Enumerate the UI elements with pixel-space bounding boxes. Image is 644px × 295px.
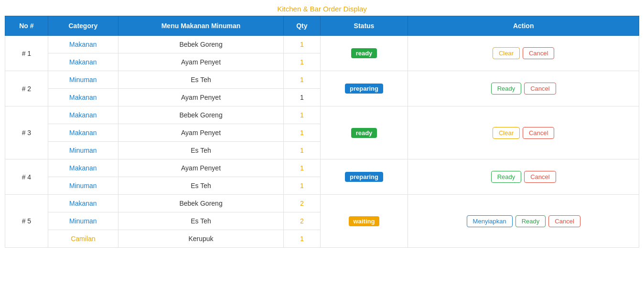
order-number: # 5 <box>5 195 48 248</box>
status-badge: ready <box>351 48 377 58</box>
status-badge: preparing <box>345 84 383 94</box>
item-category: Makanan <box>48 124 118 142</box>
order-action: ClearCancel <box>408 106 639 159</box>
item-qty: 1 <box>284 177 320 195</box>
item-qty: 2 <box>284 195 320 212</box>
action-btn-clear[interactable]: Clear <box>493 127 520 139</box>
order-status: preparing <box>320 71 408 106</box>
column-header-action: Action <box>408 16 639 36</box>
item-category: Minuman <box>48 212 118 230</box>
action-buttons: ClearCancel <box>412 47 635 59</box>
order-number: # 4 <box>5 159 48 195</box>
item-category: Camilan <box>48 230 118 248</box>
table-row: # 1MakananBebek Goreng1readyClearCancel <box>5 36 639 53</box>
item-menu: Bebek Goreng <box>118 106 283 124</box>
action-btn-ready[interactable]: Ready <box>491 171 522 183</box>
order-action: ReadyCancel <box>408 71 639 106</box>
orders-table: No #CategoryMenu Makanan MinumanQtyStatu… <box>5 16 639 248</box>
action-btn-cancel[interactable]: Cancel <box>524 83 556 95</box>
item-menu: Ayam Penyet <box>118 124 283 142</box>
column-header-qty: Qty <box>284 16 320 36</box>
page-title: Kitchen & Bar Order Display <box>0 0 644 16</box>
action-btn-cancel[interactable]: Cancel <box>548 215 580 227</box>
item-menu: Ayam Penyet <box>118 159 283 177</box>
item-menu: Es Teh <box>118 212 283 230</box>
status-badge: preparing <box>345 172 383 182</box>
item-category: Makanan <box>48 195 118 212</box>
action-btn-cancel[interactable]: Cancel <box>523 127 554 139</box>
item-menu: Es Teh <box>118 177 283 195</box>
column-header-menu-makanan-minuman: Menu Makanan Minuman <box>118 16 283 36</box>
action-btn-cancel[interactable]: Cancel <box>523 47 554 59</box>
action-btn-ready[interactable]: Ready <box>491 83 522 95</box>
order-action: ClearCancel <box>408 36 639 71</box>
item-category: Makanan <box>48 106 118 124</box>
order-number: # 1 <box>5 36 48 71</box>
order-status: waiting <box>320 195 408 248</box>
action-btn-ready[interactable]: Ready <box>515 215 546 227</box>
table-body: # 1MakananBebek Goreng1readyClearCancelM… <box>5 36 639 248</box>
action-btn-clear[interactable]: Clear <box>493 47 520 59</box>
item-category: Minuman <box>48 71 118 89</box>
action-btn-menyiapkan[interactable]: Menyiapkan <box>467 215 513 227</box>
item-qty: 1 <box>284 89 320 106</box>
action-btn-cancel[interactable]: Cancel <box>524 171 556 183</box>
item-qty: 1 <box>284 36 320 53</box>
item-category: Makanan <box>48 53 118 71</box>
column-header-category: Category <box>48 16 118 36</box>
item-menu: Bebek Goreng <box>118 195 283 212</box>
item-menu: Es Teh <box>118 142 283 159</box>
table-row: # 2MinumanEs Teh1preparingReadyCancel <box>5 71 639 89</box>
order-number: # 2 <box>5 71 48 106</box>
item-qty: 1 <box>284 230 320 248</box>
item-menu: Es Teh <box>118 71 283 89</box>
item-menu: Ayam Penyet <box>118 89 283 106</box>
order-status: ready <box>320 36 408 71</box>
item-qty: 1 <box>284 106 320 124</box>
table-row: # 4MakananAyam Penyet1preparingReadyCanc… <box>5 159 639 177</box>
action-buttons: MenyiapkanReadyCancel <box>412 215 635 227</box>
order-action: MenyiapkanReadyCancel <box>408 195 639 248</box>
item-menu: Ayam Penyet <box>118 53 283 71</box>
item-category: Minuman <box>48 142 118 159</box>
item-qty: 1 <box>284 124 320 142</box>
table-header-row: No #CategoryMenu Makanan MinumanQtyStatu… <box>5 16 639 36</box>
column-header-no-#: No # <box>5 16 48 36</box>
action-buttons: ReadyCancel <box>412 83 635 95</box>
column-header-status: Status <box>320 16 408 36</box>
item-category: Makanan <box>48 159 118 177</box>
table-wrapper: No #CategoryMenu Makanan MinumanQtyStatu… <box>0 16 644 257</box>
item-menu: Kerupuk <box>118 230 283 248</box>
order-status: preparing <box>320 159 408 195</box>
order-status: ready <box>320 106 408 159</box>
item-qty: 1 <box>284 53 320 71</box>
item-category: Makanan <box>48 36 118 53</box>
item-menu: Bebek Goreng <box>118 36 283 53</box>
item-qty: 1 <box>284 142 320 159</box>
item-qty: 2 <box>284 212 320 230</box>
order-action: ReadyCancel <box>408 159 639 195</box>
item-qty: 1 <box>284 71 320 89</box>
item-category: Makanan <box>48 89 118 106</box>
item-qty: 1 <box>284 159 320 177</box>
table-row: # 3MakananBebek Goreng1readyClearCancel <box>5 106 639 124</box>
status-badge: ready <box>351 128 377 138</box>
table-row: # 5MakananBebek Goreng2waitingMenyiapkan… <box>5 195 639 212</box>
item-category: Minuman <box>48 177 118 195</box>
action-buttons: ReadyCancel <box>412 171 635 183</box>
action-buttons: ClearCancel <box>412 127 635 139</box>
order-number: # 3 <box>5 106 48 159</box>
status-badge: waiting <box>349 216 380 226</box>
